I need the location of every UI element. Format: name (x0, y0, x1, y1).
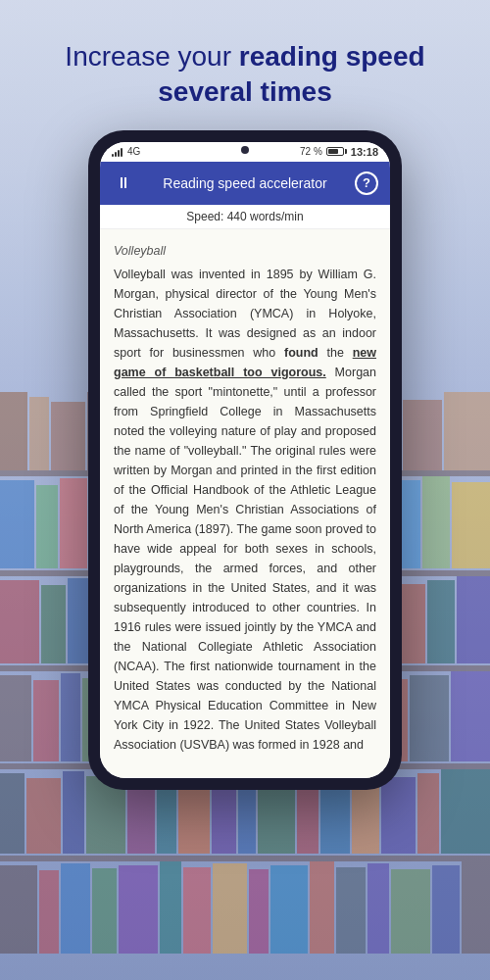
svg-rect-88 (92, 868, 117, 954)
svg-rect-68 (0, 773, 24, 854)
header-line1-normal: Increase your (65, 41, 238, 72)
svg-rect-92 (213, 863, 247, 954)
svg-rect-97 (368, 863, 389, 954)
highlight-new-game: new game of basketball too vigorous. (114, 346, 376, 379)
svg-rect-35 (41, 585, 66, 663)
svg-rect-84 (0, 856, 490, 861)
time-display: 13:18 (351, 146, 378, 158)
reading-content: Volleyball Volleyball was invented in 18… (100, 229, 390, 778)
svg-rect-65 (410, 675, 449, 761)
svg-rect-94 (270, 865, 308, 954)
svg-rect-85 (0, 865, 37, 954)
battery-icon (326, 147, 347, 156)
svg-rect-95 (310, 861, 334, 954)
svg-rect-2 (51, 402, 85, 470)
svg-rect-14 (403, 400, 442, 470)
signal-bars-icon (112, 147, 122, 157)
svg-rect-53 (61, 673, 80, 761)
app-title: Reading speed accelerator (135, 175, 355, 191)
content-title: Volleyball (114, 241, 376, 261)
battery-percent: 72 % (300, 146, 322, 157)
front-camera (241, 146, 249, 154)
svg-rect-17 (0, 480, 34, 568)
phone-screen: 4G 72 % 13:18 ⏸ Reading speed accelerato… (100, 142, 390, 778)
svg-rect-91 (183, 867, 211, 954)
svg-rect-49 (457, 576, 490, 663)
svg-rect-66 (451, 671, 490, 761)
header-line1-bold: reading speed (239, 41, 425, 72)
signal-area: 4G (112, 146, 140, 157)
signal-type: 4G (127, 146, 140, 157)
svg-rect-90 (160, 861, 181, 954)
svg-rect-81 (381, 777, 416, 854)
header-line2-bold: several times (158, 76, 331, 107)
svg-rect-31 (422, 476, 450, 568)
svg-rect-86 (39, 870, 59, 954)
help-button[interactable]: ? (355, 172, 378, 195)
content-body: Volleyball was invented in 1895 by Willi… (114, 265, 376, 755)
svg-rect-1 (29, 397, 49, 470)
svg-rect-87 (61, 863, 90, 954)
speed-label: Speed: 440 words/min (186, 210, 303, 223)
pause-button[interactable]: ⏸ (112, 172, 135, 195)
highlight-found: found (284, 346, 318, 360)
svg-rect-99 (432, 865, 460, 954)
svg-rect-82 (417, 773, 439, 854)
svg-rect-48 (427, 580, 455, 663)
svg-rect-100 (462, 861, 490, 954)
header-title: Increase your reading speed several time… (29, 39, 461, 111)
svg-rect-52 (33, 680, 59, 761)
svg-rect-51 (0, 675, 31, 761)
svg-rect-18 (36, 485, 58, 568)
svg-rect-32 (452, 482, 490, 568)
svg-rect-83 (441, 769, 490, 854)
status-right-area: 72 % 13:18 (300, 146, 378, 158)
app-bar: ⏸ Reading speed accelerator ? (100, 162, 390, 205)
speed-indicator: Speed: 440 words/min (100, 205, 390, 229)
phone-mockup: 4G 72 % 13:18 ⏸ Reading speed accelerato… (88, 130, 402, 790)
svg-rect-15 (444, 392, 490, 470)
svg-rect-34 (0, 580, 39, 663)
svg-rect-0 (0, 392, 27, 470)
svg-rect-70 (63, 771, 84, 854)
svg-rect-89 (119, 865, 158, 954)
svg-rect-93 (249, 869, 269, 954)
svg-rect-19 (60, 478, 87, 568)
svg-rect-96 (336, 867, 366, 954)
svg-rect-69 (26, 778, 61, 854)
header-section: Increase your reading speed several time… (0, 0, 490, 130)
svg-rect-98 (391, 869, 430, 954)
